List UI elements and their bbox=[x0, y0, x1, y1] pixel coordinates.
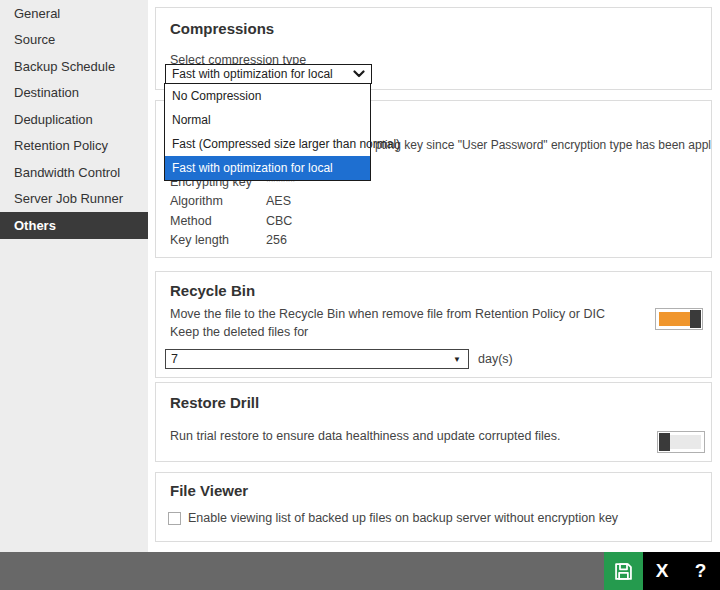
days-unit-label: day(s) bbox=[478, 352, 513, 366]
toggle-knob bbox=[659, 433, 670, 451]
dropdown-option-no-compression[interactable]: No Compression bbox=[165, 84, 370, 108]
file-viewer-panel: File Viewer Enable viewing list of backe… bbox=[155, 472, 712, 542]
dropdown-option-normal[interactable]: Normal bbox=[165, 108, 370, 132]
key-length-value: 256 bbox=[266, 233, 287, 247]
keep-days-value: 7 bbox=[171, 352, 453, 366]
method-label: Method bbox=[170, 214, 212, 228]
toggle-track bbox=[670, 435, 701, 449]
save-button[interactable] bbox=[604, 552, 643, 590]
compression-type-dropdown: No Compression Normal Fast (Compressed s… bbox=[164, 83, 371, 181]
compressions-panel: Compressions Select compression type Fas… bbox=[155, 7, 712, 90]
key-length-label: Key length bbox=[170, 233, 229, 247]
encryption-notice-text: pting key since "User Password" encrypti… bbox=[375, 138, 712, 152]
chevron-down-icon bbox=[353, 70, 365, 78]
toggle-knob bbox=[690, 310, 701, 328]
sidebar-item-backup-schedule[interactable]: Backup Schedule bbox=[0, 53, 148, 80]
file-viewer-checkbox[interactable] bbox=[168, 512, 181, 525]
sidebar-item-deduplication[interactable]: Deduplication bbox=[0, 106, 148, 133]
algorithm-value: AES bbox=[266, 194, 291, 208]
key-length-row: Key length 256 bbox=[170, 233, 570, 252]
file-viewer-title: File Viewer bbox=[170, 482, 248, 499]
recycle-bin-toggle[interactable] bbox=[655, 308, 703, 330]
restore-drill-description: Run trial restore to ensure data healthi… bbox=[170, 429, 561, 443]
compression-type-select[interactable]: Fast with optimization for local bbox=[165, 64, 372, 84]
sidebar-item-others[interactable]: Others bbox=[0, 212, 148, 239]
toggle-track bbox=[659, 312, 690, 326]
method-value: CBC bbox=[266, 214, 292, 228]
algorithm-label: Algorithm bbox=[170, 194, 223, 208]
sidebar-item-retention-policy[interactable]: Retention Policy bbox=[0, 133, 148, 160]
sidebar-item-bandwidth-control[interactable]: Bandwidth Control bbox=[0, 159, 148, 186]
restore-drill-panel: Restore Drill Run trial restore to ensur… bbox=[155, 382, 712, 462]
help-button[interactable]: ? bbox=[681, 552, 720, 590]
sidebar-item-general[interactable]: General bbox=[0, 0, 148, 27]
compression-type-selected-value: Fast with optimization for local bbox=[172, 67, 353, 81]
settings-sidebar: General Source Backup Schedule Destinati… bbox=[0, 0, 148, 552]
compressions-title: Compressions bbox=[170, 20, 274, 37]
dropdown-arrow-icon: ▼ bbox=[453, 355, 461, 364]
sidebar-item-destination[interactable]: Destination bbox=[0, 80, 148, 107]
restore-drill-toggle[interactable] bbox=[657, 431, 705, 453]
restore-drill-title: Restore Drill bbox=[170, 394, 259, 411]
backup-set-settings-window: General Source Backup Schedule Destinati… bbox=[0, 0, 720, 590]
recycle-bin-description: Move the file to the Recycle Bin when re… bbox=[170, 307, 605, 321]
keep-days-select[interactable]: 7 ▼ bbox=[165, 349, 469, 369]
recycle-bin-title: Recycle Bin bbox=[170, 282, 255, 299]
sidebar-item-source[interactable]: Source bbox=[0, 27, 148, 54]
algorithm-row: Algorithm AES bbox=[170, 194, 570, 213]
method-row: Method CBC bbox=[170, 214, 570, 233]
sidebar-item-server-job-runner[interactable]: Server Job Runner bbox=[0, 186, 148, 213]
floppy-disk-icon bbox=[613, 561, 634, 582]
dropdown-option-fast-optimization-local[interactable]: Fast with optimization for local bbox=[165, 156, 370, 180]
file-viewer-checkbox-label: Enable viewing list of backed up files o… bbox=[188, 511, 618, 525]
keep-deleted-files-label: Keep the deleted files for bbox=[170, 325, 308, 339]
recycle-bin-panel: Recycle Bin Move the file to the Recycle… bbox=[155, 271, 712, 378]
close-button[interactable]: X bbox=[643, 552, 681, 590]
dropdown-option-fast[interactable]: Fast (Compressed size larger than normal… bbox=[165, 132, 370, 156]
